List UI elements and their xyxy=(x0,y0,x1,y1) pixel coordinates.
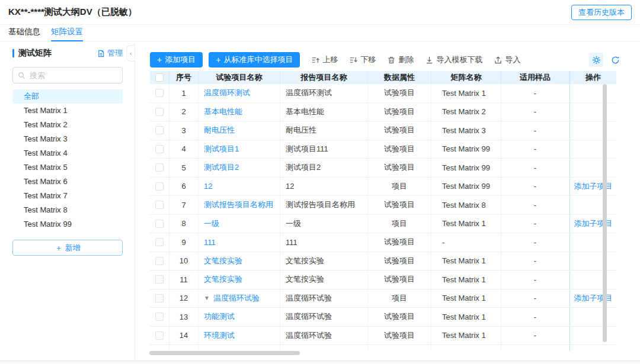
test-item-link[interactable]: 文笔按实验 xyxy=(204,256,242,266)
test-item-link[interactable]: 基本电性能 xyxy=(204,107,242,117)
row-checkbox[interactable] xyxy=(155,89,164,97)
row-checkbox[interactable] xyxy=(155,257,164,265)
test-item-link[interactable]: 耐电压性 xyxy=(204,125,235,136)
test-item-link[interactable]: 一级 xyxy=(204,218,219,229)
test-item-link[interactable]: 测试项目1 xyxy=(204,144,239,154)
row-checkbox[interactable] xyxy=(155,275,164,284)
report-name-cell: 文笔按实验 xyxy=(280,270,368,289)
sample-cell: - xyxy=(501,215,569,233)
search-input[interactable] xyxy=(12,67,123,83)
matrix-list-item[interactable]: Test Matrix 1 xyxy=(12,104,123,118)
sample-cell: - xyxy=(501,252,569,270)
matrix-list-item[interactable]: Test Matrix 3 xyxy=(12,132,123,146)
row-checkbox[interactable] xyxy=(155,331,164,340)
table-row: 7测试报告项目名称用测试报告项目名称用试验项目Test Matrix 8- xyxy=(150,196,616,215)
delete-button[interactable]: 删除 xyxy=(388,54,414,65)
add-item-button[interactable]: + 添加项目 xyxy=(150,52,203,67)
table-row: 5测试项目2测试项目2试验项目Test Matrix 99- xyxy=(150,159,616,178)
matrix-list-item[interactable]: 全部 xyxy=(12,89,123,104)
test-item-link[interactable]: 12 xyxy=(204,182,212,191)
refresh-button[interactable] xyxy=(611,56,620,65)
table-row: 11文笔按实验文笔按实验试验项目Test Matrix 1- xyxy=(150,270,616,289)
row-checkbox[interactable] xyxy=(155,238,164,246)
matrix-list-item[interactable]: Test Matrix 5 xyxy=(12,160,123,175)
download-icon xyxy=(425,56,433,64)
row-checkbox[interactable] xyxy=(155,182,164,191)
matrix-list-item[interactable]: Test Matrix 99 xyxy=(12,217,123,231)
row-number: 14 xyxy=(169,327,199,345)
expand-caret-icon[interactable]: ▼ xyxy=(204,295,210,301)
matrix-name-cell: Test Matrix 3 xyxy=(431,121,501,140)
add-matrix-label: 新增 xyxy=(65,243,81,253)
report-name-cell: 111 xyxy=(280,233,368,252)
add-matrix-button[interactable]: ＋ 新增 xyxy=(12,240,123,256)
download-template-button[interactable]: 导入模板下载 xyxy=(425,54,482,65)
sidebar: 测试矩阵 管理 ‹ 全部Test Matrix 1Test Matrix 2Te… xyxy=(0,41,135,360)
sample-cell: - xyxy=(501,233,569,252)
data-attr-cell: 试验项目 xyxy=(368,270,431,289)
column-header: 序号 xyxy=(169,71,199,84)
column-header: 报告项目名称 xyxy=(280,71,368,84)
column-header: 矩阵名称 xyxy=(431,71,501,84)
manage-link[interactable]: 管理 xyxy=(97,48,123,59)
move-up-icon xyxy=(312,56,319,64)
items-table: 序号试验项目名称报告项目名称数据属性矩阵名称适用样品操作1温度循环测试温度循环测… xyxy=(150,71,616,351)
row-checkbox[interactable] xyxy=(155,126,164,134)
sample-cell: - xyxy=(501,140,569,159)
test-item-link[interactable]: 环境测试 xyxy=(204,330,235,341)
sidebar-collapse-button[interactable]: ‹ xyxy=(126,45,135,62)
test-item-link[interactable]: 温度循环试验 xyxy=(213,293,260,304)
move-up-button[interactable]: 上移 xyxy=(312,54,338,65)
column-settings-button[interactable] xyxy=(589,53,603,67)
import-button[interactable]: 导入 xyxy=(494,54,520,65)
search-icon xyxy=(18,72,25,79)
toolbar: + 添加项目 + 从标准库中选择项目 上移 下移 删除 xyxy=(150,52,620,67)
upload-icon xyxy=(494,56,502,64)
table-row: 14环境测试温度循环试验试验项目Test Matrix 1- xyxy=(150,327,616,346)
row-checkbox[interactable] xyxy=(155,313,164,321)
row-checkbox[interactable] xyxy=(155,163,164,172)
vertical-scrollbar[interactable] xyxy=(603,84,607,342)
matrix-name-cell: Test Matrix 99 xyxy=(431,159,501,177)
column-header: 试验项目名称 xyxy=(199,71,280,84)
table-row: 4测试项目1测试项目111试验项目Test Matrix 99- xyxy=(150,140,616,159)
test-item-link[interactable]: 温度循环测试 xyxy=(204,88,250,98)
data-attr-cell: 试验项目 xyxy=(368,196,431,214)
row-number: 3 xyxy=(169,121,199,140)
test-item-link[interactable]: 文笔按实验 xyxy=(204,274,242,285)
sample-cell: - xyxy=(501,159,569,177)
matrix-list-item[interactable]: Test Matrix 6 xyxy=(12,175,123,189)
test-item-link[interactable]: 111 xyxy=(204,238,216,247)
select-all-checkbox[interactable] xyxy=(155,73,164,82)
column-header: 适用样品 xyxy=(501,71,569,84)
tab-basic-info[interactable]: 基础信息 xyxy=(8,25,40,41)
page-header: KX**-****测试大纲DV（已脱敏） 查看历史版本 xyxy=(0,0,640,25)
test-item-link[interactable]: 测试报告项目名称用 xyxy=(204,199,273,210)
tab-matrix-settings[interactable]: 矩阵设置 xyxy=(51,25,83,41)
row-checkbox[interactable] xyxy=(155,220,164,228)
tab-bar: 基础信息 矩阵设置 xyxy=(0,25,640,41)
row-checkbox[interactable] xyxy=(155,145,164,153)
matrix-name-cell: Test Matrix 1 xyxy=(431,215,501,233)
row-checkbox[interactable] xyxy=(155,201,164,209)
select-from-library-button[interactable]: + 从标准库中选择项目 xyxy=(209,52,300,67)
matrix-list-item[interactable]: Test Matrix 4 xyxy=(12,146,123,160)
row-number: 5 xyxy=(169,159,199,177)
data-attr-cell: 项目 xyxy=(368,215,431,233)
matrix-list-item[interactable]: Test Matrix 8 xyxy=(12,203,123,217)
trash-icon xyxy=(388,56,395,64)
matrix-name-cell: - xyxy=(431,233,501,252)
test-item-link[interactable]: 功能测试 xyxy=(204,311,235,322)
row-number: 13 xyxy=(169,308,199,326)
view-history-button[interactable]: 查看历史版本 xyxy=(571,5,632,20)
row-checkbox[interactable] xyxy=(155,294,164,302)
report-name-cell: 温度循环测试 xyxy=(280,84,368,102)
sample-cell: - xyxy=(501,196,569,214)
horizontal-scrollbar[interactable] xyxy=(149,351,300,355)
move-down-button[interactable]: 下移 xyxy=(350,54,376,65)
report-name-cell: 文笔按实验 xyxy=(280,252,368,270)
matrix-list-item[interactable]: Test Matrix 2 xyxy=(12,118,123,132)
matrix-list-item[interactable]: Test Matrix 7 xyxy=(12,189,123,203)
row-checkbox[interactable] xyxy=(155,108,164,116)
test-item-link[interactable]: 测试项目2 xyxy=(204,162,239,173)
